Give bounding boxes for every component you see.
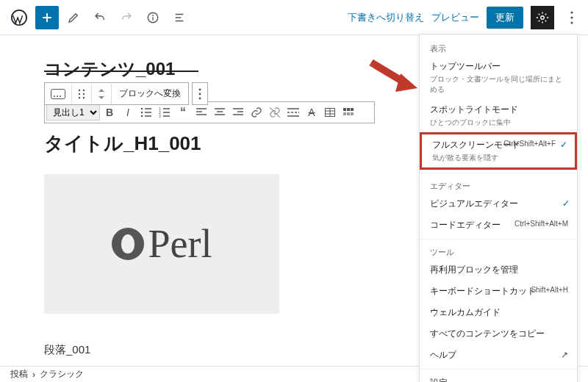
classic-block-icon[interactable] [45, 84, 72, 104]
svg-rect-32 [351, 112, 354, 115]
redo-icon[interactable] [115, 6, 138, 29]
heading-h1[interactable]: タイトル_H1_001 [44, 131, 375, 156]
numbered-list-button[interactable]: 123 [156, 104, 173, 121]
drag-handle-icon[interactable] [72, 84, 92, 104]
svg-point-18 [199, 93, 201, 95]
svg-point-21 [141, 112, 143, 114]
blockquote-button[interactable]: “ [174, 104, 192, 121]
editor-topbar: 下書きへ切り替え プレビュー 更新 [0, 0, 588, 35]
options-dropdown: 表示 トップツールバー ブロック・文書ツールを同じ場所にまとめる スポットライト… [419, 34, 578, 382]
align-right-button[interactable] [229, 104, 247, 121]
svg-rect-31 [347, 112, 350, 115]
dropdown-section-tools: ツール [420, 242, 577, 259]
strikethrough-button[interactable]: A [303, 104, 320, 121]
block-toolbar: ブロックへ変換 [44, 82, 208, 105]
outline-icon[interactable] [168, 6, 191, 29]
undo-icon[interactable] [88, 6, 112, 29]
convert-to-blocks-button[interactable]: ブロックへ変換 [112, 83, 188, 104]
more-menu-button[interactable] [562, 6, 582, 29]
menu-preferences[interactable]: 設定 [420, 372, 577, 382]
menu-help[interactable]: ヘルプ ↗ [420, 345, 577, 366]
external-link-icon: ↗ [561, 350, 568, 360]
onion-icon [112, 228, 144, 260]
bold-button[interactable]: B [101, 104, 118, 121]
edit-mode-icon[interactable] [62, 6, 85, 29]
update-button[interactable]: 更新 [487, 7, 523, 29]
svg-rect-27 [343, 108, 346, 111]
svg-point-22 [141, 115, 143, 118]
editor-canvas: コンテンツ_001 ブロックへ変換 見出し1 B I 123 “ A タイトル_… [0, 35, 419, 366]
svg-point-5 [570, 16, 573, 18]
menu-fullscreen-mode[interactable]: フルスクリーンモード 気が散る要素を隠す Ctrl+Shift+Alt+F ✓ [420, 132, 577, 170]
check-icon: ✓ [562, 198, 570, 209]
post-title[interactable]: コンテンツ_001 [44, 57, 375, 81]
link-button[interactable] [248, 104, 265, 121]
perl-logo: Perl [112, 221, 212, 267]
menu-copy-all-content[interactable]: すべてのコンテンツをコピー [420, 323, 577, 345]
svg-point-9 [57, 96, 58, 97]
align-center-button[interactable] [211, 104, 229, 121]
svg-rect-29 [351, 108, 354, 111]
insert-more-button[interactable] [284, 104, 302, 121]
svg-point-20 [141, 108, 143, 110]
menu-welcome-guide[interactable]: ウェルカムガイド [420, 302, 577, 323]
svg-point-19 [199, 97, 201, 99]
svg-point-17 [199, 88, 201, 90]
breadcrumb-root[interactable]: 投稿 [10, 368, 28, 381]
menu-spotlight-mode[interactable]: スポットライトモード ひとつのブロックに集中 [420, 99, 577, 132]
svg-point-8 [54, 96, 55, 97]
svg-point-3 [541, 15, 545, 19]
svg-point-15 [79, 96, 80, 98]
annotation-arrow [368, 59, 419, 96]
svg-rect-30 [343, 112, 346, 115]
dropdown-section-editor: エディター [420, 176, 577, 193]
italic-button[interactable]: I [119, 104, 137, 121]
move-up-down-icon[interactable] [92, 84, 112, 104]
block-more-options-button[interactable] [192, 82, 208, 105]
svg-rect-28 [347, 108, 350, 111]
info-icon[interactable] [141, 6, 165, 29]
toolbar-toggle-button[interactable] [340, 104, 357, 121]
svg-point-4 [570, 11, 573, 13]
svg-point-11 [79, 89, 80, 90]
menu-top-toolbar[interactable]: トップツールバー ブロック・文書ツールを同じ場所にまとめる [420, 56, 577, 99]
bullet-list-button[interactable] [137, 104, 155, 121]
table-button[interactable] [321, 104, 339, 121]
paragraph-block[interactable]: 段落_001 [44, 343, 375, 357]
check-icon: ✓ [560, 140, 567, 150]
format-select[interactable]: 見出し1 [46, 104, 100, 120]
svg-text:3: 3 [159, 114, 161, 118]
svg-point-2 [152, 15, 154, 16]
breadcrumb-separator: › [32, 370, 35, 380]
add-block-button[interactable] [35, 6, 59, 29]
svg-point-12 [83, 89, 85, 90]
settings-gear-button[interactable] [531, 6, 554, 29]
svg-point-16 [83, 96, 85, 98]
unlink-button[interactable] [266, 104, 284, 121]
svg-point-10 [60, 96, 61, 97]
wordpress-logo-icon[interactable] [6, 4, 32, 31]
menu-visual-editor[interactable]: ビジュアルエディター ✓ [420, 193, 577, 215]
switch-to-draft-button[interactable]: 下書きへ切り替え [348, 11, 424, 24]
menu-code-editor[interactable]: コードエディター Ctrl+Shift+Alt+M [420, 215, 577, 236]
svg-point-13 [79, 93, 80, 94]
svg-point-6 [570, 21, 573, 24]
svg-rect-7 [51, 89, 65, 98]
image-block[interactable]: Perl [44, 174, 279, 314]
preview-button[interactable]: プレビュー [431, 11, 479, 24]
menu-manage-reusable-blocks[interactable]: 再利用ブロックを管理 [420, 259, 577, 281]
align-left-button[interactable] [193, 104, 210, 121]
svg-point-14 [83, 93, 85, 94]
dropdown-section-view: 表示 [420, 39, 577, 56]
menu-keyboard-shortcuts[interactable]: キーボードショートカット Shift+Alt+H [420, 281, 577, 302]
breadcrumb-current[interactable]: クラシック [40, 368, 84, 381]
